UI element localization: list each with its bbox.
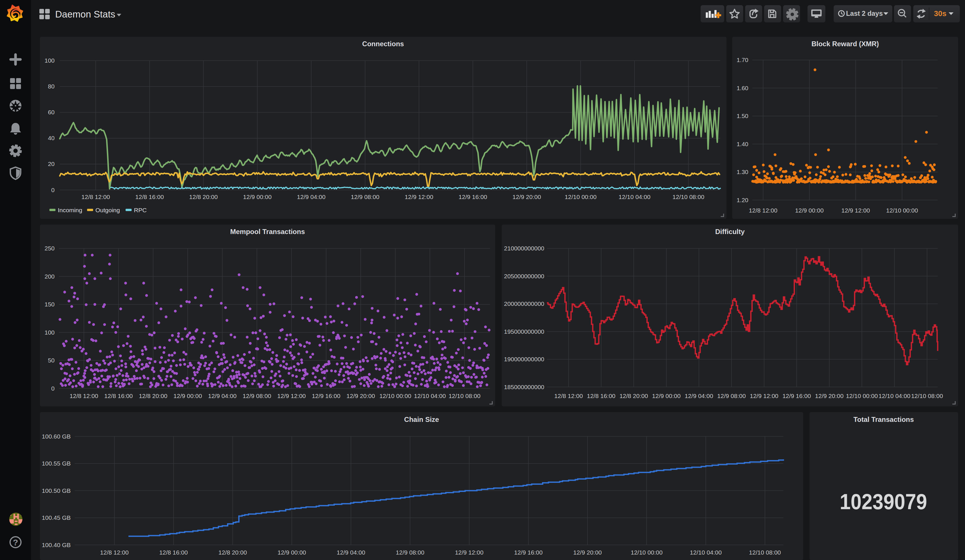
svg-text:Last 2 days: Last 2 days	[846, 10, 883, 17]
svg-text:30s: 30s	[934, 9, 946, 18]
svg-text:Daemon Stats: Daemon Stats	[55, 9, 115, 20]
